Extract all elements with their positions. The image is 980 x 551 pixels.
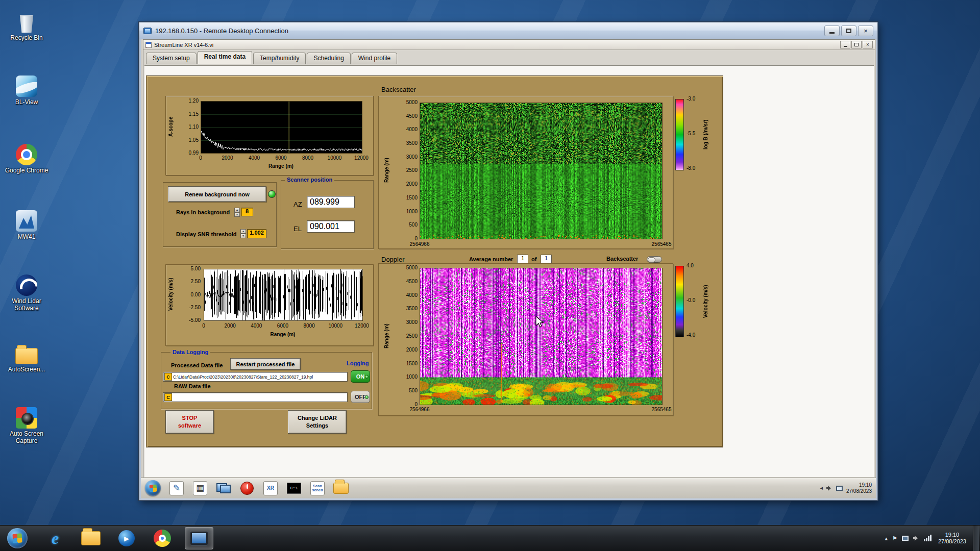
taskbar-remote-desktop[interactable] — [185, 527, 213, 549]
rdp-window: 192.168.0.150 - Remote Desktop Connectio… — [139, 22, 878, 500]
doppler-colorbar-label: Velocity (m/s) — [703, 266, 708, 337]
el-value-field[interactable]: 090.001 — [307, 220, 355, 233]
change-lidar-settings-button[interactable]: Change LiDAR Settings — [288, 410, 347, 434]
tab-temp-humidity[interactable]: Temp/humidity — [253, 53, 306, 64]
colorbar-tick: -0.0 — [687, 297, 695, 303]
az-value-field[interactable]: 089.999 — [307, 196, 355, 208]
host-clock[interactable]: 19:10 27/08/2023 — [938, 532, 966, 545]
folder-icon — [15, 348, 38, 364]
backscatter-toggle[interactable] — [647, 256, 662, 263]
streamline-app-window: StreamLine XR v14-6.vi × System setup Re… — [143, 39, 875, 479]
tab-system-setup[interactable]: System setup — [146, 53, 197, 64]
stop-button-line2: software — [178, 422, 201, 430]
tray-expand-icon[interactable]: ◂ — [820, 485, 823, 491]
desktop-icon-recycle-bin[interactable]: Recycle Bin — [3, 6, 50, 41]
tick-label: 2500 — [398, 333, 418, 339]
rays-spinner[interactable]: ▲ ▼ — [234, 208, 240, 216]
colorbar-tick: 4.0 — [687, 263, 694, 268]
average-number-field[interactable]: 1 — [517, 255, 528, 263]
windows-flag-icon — [12, 533, 22, 543]
start-button[interactable] — [3, 527, 32, 549]
tick-label: 2.50 — [179, 279, 201, 284]
rdp-titlebar[interactable]: 192.168.0.150 - Remote Desktop Connectio… — [139, 22, 877, 39]
raw-logging-toggle[interactable]: OFF — [351, 391, 370, 403]
remote-taskbar-shutdown-app[interactable] — [235, 480, 259, 497]
drive-icon[interactable]: C — [164, 373, 172, 381]
restart-processed-file-button[interactable]: Restart processed file — [230, 358, 301, 370]
colorbar-tick: -5.5 — [687, 131, 695, 136]
desktop-icon-wind-lidar[interactable]: Wind Lidar Software — [3, 269, 50, 312]
show-desktop-button[interactable] — [973, 525, 979, 551]
stop-software-button[interactable]: STOP software — [165, 410, 214, 434]
tray-expand-icon[interactable]: ▴ — [885, 535, 888, 542]
remote-clock[interactable]: 19:10 27/08/2023 — [846, 482, 872, 494]
rdp-close-button[interactable]: × — [858, 26, 873, 36]
el-label: EL — [293, 225, 302, 233]
remote-system-tray: ◂ 19:10 27/08/2023 — [820, 478, 872, 498]
app-close-button[interactable]: × — [863, 41, 873, 48]
chrome-icon — [16, 144, 37, 165]
chrome-icon — [154, 530, 171, 547]
processed-data-file-label: Processed Data file — [171, 362, 223, 368]
remote-taskbar-explorer[interactable] — [329, 480, 353, 497]
tab-real-time-data[interactable]: Real time data — [198, 51, 252, 64]
taskbar-file-explorer[interactable] — [77, 527, 105, 549]
of-label: of — [531, 256, 536, 262]
snr-value-field[interactable]: 1.002 — [247, 229, 266, 238]
doppler-section-title: Doppler — [381, 256, 405, 263]
taskbar-media-player[interactable]: ▶ — [112, 527, 141, 549]
remote-taskbar-scan-scheduler[interactable]: Scan sched — [306, 480, 329, 497]
desktop-icon-auto-screen-capture[interactable]: Auto Screen Capture — [3, 402, 50, 444]
tab-scheduling[interactable]: Scheduling — [307, 53, 350, 64]
remote-start-button[interactable] — [145, 480, 161, 496]
drive-icon[interactable]: C — [164, 393, 172, 401]
spin-up-icon[interactable]: ▲ — [240, 229, 246, 234]
renew-background-button[interactable]: Renew background now — [168, 186, 266, 202]
remote-taskbar-xr-app[interactable]: XR — [259, 480, 282, 497]
tick-label: 2000 — [398, 347, 418, 353]
remote-taskbar-display-app[interactable] — [212, 480, 235, 497]
taskbar-chrome[interactable] — [148, 527, 177, 549]
display-tray-icon[interactable] — [902, 536, 909, 541]
app-titlebar[interactable]: StreamLine XR v14-6.vi × — [143, 40, 875, 50]
action-center-flag-icon[interactable]: ⚑ — [892, 535, 897, 542]
tab-wind-profile[interactable]: Wind profile — [352, 53, 397, 64]
desktop-icon-bl-view[interactable]: BL-View — [3, 70, 50, 106]
volume-icon[interactable] — [913, 536, 919, 541]
average-number-label: Average number — [469, 256, 513, 262]
network-icon[interactable] — [924, 535, 932, 541]
tick-label: 1000 — [398, 209, 418, 214]
tick-label: 5000 — [398, 99, 418, 105]
scanner-position-title: Scanner position — [285, 177, 334, 183]
processed-file-path-field[interactable]: C C:\Lidar\Data\Proc\2023\202308\2023082… — [163, 372, 348, 382]
tick-label: 2000 — [220, 323, 240, 329]
tick-label: 3000 — [398, 154, 418, 160]
minimize-icon — [844, 46, 847, 47]
tick-label: 1.05 — [178, 137, 199, 143]
average-total-field[interactable]: 1 — [541, 255, 552, 263]
remote-taskbar-command-prompt[interactable]: C:\ — [282, 480, 306, 497]
remote-taskbar-calculator-app[interactable]: ▦ — [188, 480, 212, 497]
tick-label: 1500 — [398, 195, 418, 201]
spin-down-icon[interactable]: ▼ — [234, 212, 240, 217]
desktop-icon-mw41[interactable]: MW41 — [3, 205, 50, 240]
rdp-minimize-button[interactable] — [824, 26, 840, 36]
spin-down-icon[interactable]: ▼ — [240, 234, 246, 238]
app-restore-button[interactable] — [851, 41, 862, 48]
processed-logging-toggle[interactable]: ON — [351, 370, 370, 383]
snr-spinner[interactable]: ▲ ▼ — [240, 229, 246, 238]
remote-taskbar-notes-app[interactable]: ✎ — [165, 480, 188, 497]
rays-value-field[interactable]: 8 — [241, 208, 253, 216]
desktop-icon-google-chrome[interactable]: Google Chrome — [3, 139, 50, 174]
volume-icon[interactable] — [826, 486, 832, 491]
raw-file-path-field[interactable]: C — [163, 392, 348, 402]
tick-label: 1.20 — [178, 98, 199, 104]
display-tray-icon[interactable] — [836, 486, 843, 491]
desktop-icon-autoscreen[interactable]: AutoScreen... — [3, 338, 50, 373]
rdp-maximize-button[interactable] — [841, 26, 856, 36]
spin-up-icon[interactable]: ▲ — [234, 208, 240, 212]
taskbar-internet-explorer[interactable]: e — [41, 527, 69, 549]
a-scope-canvas — [201, 101, 362, 154]
host-clock-time: 19:10 — [938, 532, 966, 538]
app-minimize-button[interactable] — [840, 41, 850, 48]
